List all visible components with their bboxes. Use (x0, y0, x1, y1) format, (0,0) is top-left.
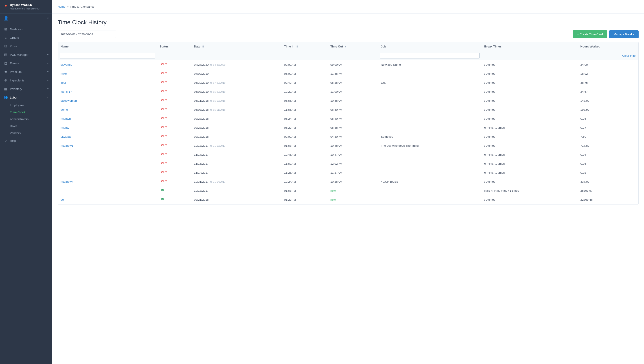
cell-name[interactable]: mike (58, 69, 157, 78)
cell-hours: 0.02 (578, 168, 638, 177)
cell-hours: 24.67 (578, 87, 638, 96)
cell-name[interactable]: matthew4 (58, 177, 157, 186)
time-out-value: 10:25AM (330, 180, 342, 183)
create-time-card-button[interactable]: + Create Time Card (573, 30, 607, 38)
status-badge: OUT (160, 116, 167, 120)
cell-time-in: 11:59AM (281, 159, 328, 168)
cell-date: 05/03/2018 (to 05/11/2018) (191, 105, 281, 114)
col-time-in[interactable]: Time In ⇅ (281, 42, 328, 51)
date-value: 10/18/2017 (194, 144, 209, 147)
sidebar-item-time-clock[interactable]: Time Clock (10, 109, 52, 116)
filter-hours-cell[interactable]: Clear Filter (578, 51, 638, 60)
cell-name[interactable]: mighty (58, 123, 157, 132)
name-link[interactable]: eo (61, 198, 64, 201)
filter-name-input[interactable] (60, 53, 155, 58)
sidebar-item-employees[interactable]: Employees (10, 102, 52, 109)
cell-hours: 198.92 (578, 105, 638, 114)
name-link[interactable]: test 5-17 (61, 90, 72, 93)
sidebar-item-labor[interactable]: 👥 Labor ▴ (0, 93, 52, 102)
cell-name[interactable]: Test (58, 78, 157, 87)
cell-date: 04/27/2020 (to 04/28/2020) (191, 60, 281, 69)
cell-name[interactable]: mightyn (58, 114, 157, 123)
table-row: mightyn OUT 02/28/2018 05:24PM 05:40PM /… (58, 114, 638, 123)
cell-time-in: 11:55AM (281, 105, 328, 114)
sidebar-item-premium[interactable]: ★ Premium ▾ (0, 68, 52, 76)
name-link[interactable]: demo (61, 108, 68, 111)
name-link[interactable]: saleswoman (61, 99, 77, 102)
name-link[interactable]: matthew1 (61, 144, 73, 147)
date-value: 10/18/2017 (194, 189, 209, 192)
manage-breaks-button[interactable]: Manage Breaks (609, 30, 638, 38)
name-link[interactable]: sleven89 (61, 63, 72, 66)
filter-time-in-cell (281, 51, 328, 60)
sidebar-item-ingredients[interactable]: ⊛ Ingredients ▾ (0, 76, 52, 84)
user-icon: 👤 (4, 16, 9, 21)
table-row: matthew4 OUT 10/31/2017 (to 11/14/2017) … (58, 177, 638, 186)
cell-name[interactable]: demo (58, 105, 157, 114)
date-sort-icon: ⇅ (202, 45, 204, 48)
name-link[interactable]: mightyn (61, 117, 71, 120)
filter-name-cell[interactable] (58, 51, 157, 60)
cell-name[interactable]: pizzabar (58, 132, 157, 141)
clear-filter-button[interactable]: Clear Filter (622, 54, 636, 57)
filter-job-input[interactable] (380, 53, 480, 58)
name-link[interactable]: pizzabar (61, 135, 72, 138)
cell-name[interactable]: test 5-17 (58, 87, 157, 96)
sidebar-item-inventory[interactable]: ▦ Inventory ▾ (0, 84, 52, 93)
date-sub: (to 07/02/2019) (209, 82, 226, 84)
cell-status: OUT (157, 159, 191, 168)
cell-name (58, 186, 157, 195)
sidebar-item-orders[interactable]: ≡ Orders (0, 34, 52, 42)
org-sub: Headquarters (INTERNAL) (10, 7, 40, 10)
cell-job: The guy who does The Thing (378, 141, 481, 150)
cell-break-times: 0 mins / 1 times (481, 168, 577, 177)
time-out-sort-icon: ▾ (345, 45, 346, 48)
col-time-out[interactable]: Time Out ▾ (328, 42, 378, 51)
name-link[interactable]: mighty (61, 126, 69, 129)
col-date[interactable]: Date ⇅ (191, 42, 281, 51)
cell-break-times: / 0 times (481, 195, 577, 204)
cell-hours: 0.04 (578, 150, 638, 159)
cell-break-times: / 0 times (481, 87, 577, 96)
sidebar-item-administrators[interactable]: Administrators (10, 116, 52, 122)
cell-name[interactable]: eo (58, 195, 157, 204)
status-badge: OUT (160, 144, 167, 147)
sidebar-nav: ⊞ Dashboard ≡ Orders ⊡ Kiosk ▤ POS Manag… (0, 23, 52, 364)
sidebar-item-events[interactable]: ◻ Events ▾ (0, 59, 52, 68)
cell-break-times: / 0 times (481, 177, 577, 186)
sidebar-item-roles[interactable]: Roles (10, 122, 52, 130)
filter-job-cell[interactable] (378, 51, 481, 60)
time-out-value: 06:50PM (330, 108, 342, 111)
table-row: demo OUT 05/03/2018 (to 05/11/2018) 11:5… (58, 105, 638, 114)
date-value: 04/27/2020 (194, 63, 209, 66)
cell-name[interactable]: saleswoman (58, 96, 157, 105)
table-row: test 5-17 OUT 05/08/2019 (to 05/09/2019)… (58, 87, 638, 96)
sidebar-item-labor-label: Labor (10, 96, 17, 99)
cell-hours: 38.75 (578, 78, 638, 87)
cell-name[interactable]: matthew1 (58, 141, 157, 150)
user-menu[interactable]: 👤 ▾ (0, 14, 52, 23)
inventory-chevron-icon: ▾ (47, 88, 49, 90)
breadcrumb-home[interactable]: Home (58, 5, 66, 8)
cell-date: 10/18/2017 (191, 186, 281, 195)
sidebar-item-help-label: Help (10, 139, 16, 142)
status-text: OUT (161, 171, 167, 174)
date-range-input[interactable] (58, 30, 116, 38)
name-link[interactable]: mike (61, 72, 67, 75)
cell-time-in: 02:40PM (281, 78, 328, 87)
cell-job (378, 96, 481, 105)
sidebar-item-kiosk[interactable]: ⊡ Kiosk (0, 42, 52, 50)
name-link[interactable]: Test (61, 81, 66, 84)
date-value: 06/30/2019 (194, 81, 209, 84)
sidebar-item-help[interactable]: ? Help (0, 136, 52, 145)
table-header-row: Name Status Date ⇅ Time In ⇅ Time Out ▾ … (58, 42, 638, 51)
sidebar-item-pos-manager[interactable]: ▤ POS Manager ▾ (0, 50, 52, 59)
cell-time-in: 01:29PM (281, 195, 328, 204)
cell-time-out: 04:30PM (328, 132, 378, 141)
cell-name[interactable]: sleven89 (58, 60, 157, 69)
cell-job (378, 105, 481, 114)
name-link[interactable]: matthew4 (61, 180, 73, 183)
sidebar-item-dashboard[interactable]: ⊞ Dashboard (0, 25, 52, 34)
premium-chevron-icon: ▾ (47, 70, 49, 73)
sidebar-item-vendors[interactable]: Vendors (10, 130, 52, 136)
